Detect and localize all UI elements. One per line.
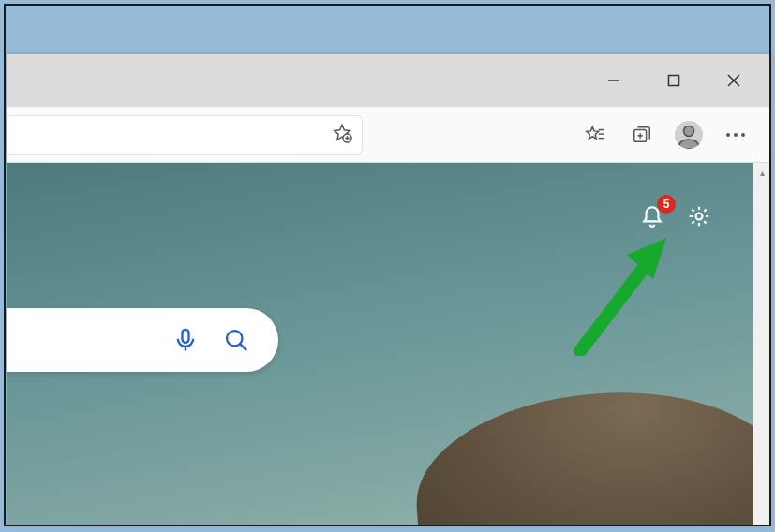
toolbar-actions [573, 114, 762, 155]
ntp-quick-actions: 5 [638, 202, 713, 230]
collections-button[interactable] [619, 114, 664, 155]
profile-button[interactable] [666, 114, 711, 155]
more-icon [726, 133, 745, 137]
close-button[interactable] [706, 59, 762, 102]
search-icon[interactable] [222, 326, 250, 354]
svg-rect-1 [669, 76, 679, 86]
gear-icon [687, 204, 711, 229]
browser-toolbar [7, 107, 769, 163]
page-settings-button[interactable] [685, 202, 713, 230]
svg-rect-14 [183, 330, 189, 343]
minimize-button[interactable] [586, 59, 642, 102]
notifications-button[interactable]: 5 [638, 202, 666, 230]
address-bar[interactable] [7, 115, 363, 155]
svg-point-13 [684, 126, 694, 136]
voice-search-icon[interactable] [171, 326, 200, 354]
browser-window: 5 ▴ [7, 54, 769, 525]
svg-point-16 [227, 331, 242, 346]
favorites-button[interactable] [573, 114, 618, 155]
annotation-arrow [561, 234, 674, 356]
maximize-button[interactable] [646, 59, 702, 102]
svg-point-18 [696, 214, 703, 220]
background-hill [410, 380, 753, 525]
svg-marker-20 [627, 238, 666, 279]
notification-badge: 5 [657, 195, 676, 214]
vertical-scrollbar[interactable]: ▴ [753, 163, 769, 525]
add-favorite-icon[interactable] [332, 123, 352, 147]
svg-line-19 [580, 253, 655, 351]
window-titlebar [7, 54, 769, 107]
scroll-up-arrow[interactable]: ▴ [753, 163, 770, 182]
avatar-icon [675, 121, 703, 149]
svg-line-17 [240, 344, 246, 350]
new-tab-page: 5 [7, 163, 753, 525]
settings-more-button[interactable] [713, 114, 758, 155]
search-box[interactable] [7, 308, 278, 372]
